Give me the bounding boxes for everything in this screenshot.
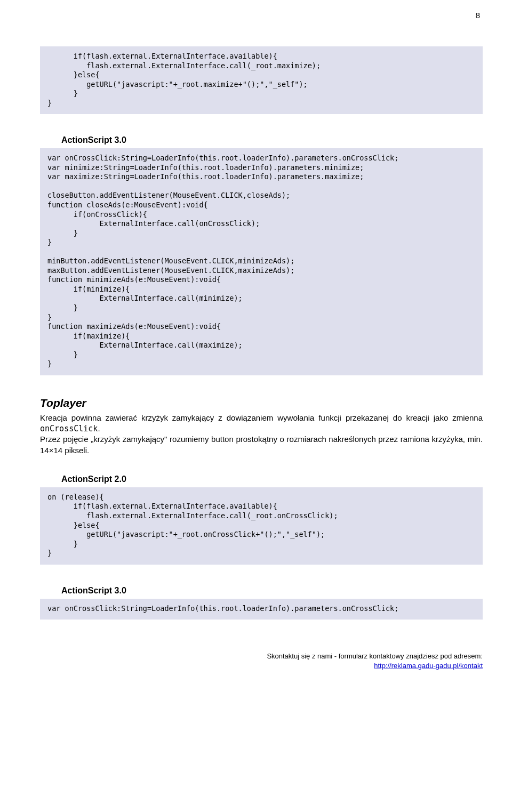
footer: Skontaktuj się z nami - formularz kontak…	[40, 652, 483, 671]
code-block-3: on (release){ if(flash.external.External…	[40, 487, 483, 565]
page-number: 8	[40, 11, 483, 20]
toplayer-title: Toplayer	[40, 397, 483, 409]
heading-actionscript-3-second: ActionScript 3.0	[61, 586, 483, 596]
heading-actionscript-3: ActionScript 3.0	[61, 135, 483, 145]
code-block-4: var onCrossClick:String=LoaderInfo(this.…	[40, 599, 483, 620]
footer-text: Skontaktuj się z nami - formularz kontak…	[267, 652, 483, 660]
code-block-1: if(flash.external.ExternalInterface.avai…	[40, 46, 483, 114]
code-block-2: var onCrossClick:String=LoaderInfo(this.…	[40, 148, 483, 375]
footer-link[interactable]: http://reklama.gadu-gadu.pl/kontakt	[374, 662, 483, 670]
heading-actionscript-2: ActionScript 2.0	[61, 475, 483, 484]
toplayer-paragraph: Kreacja powinna zawierać krzyżyk zamykaj…	[40, 413, 483, 456]
